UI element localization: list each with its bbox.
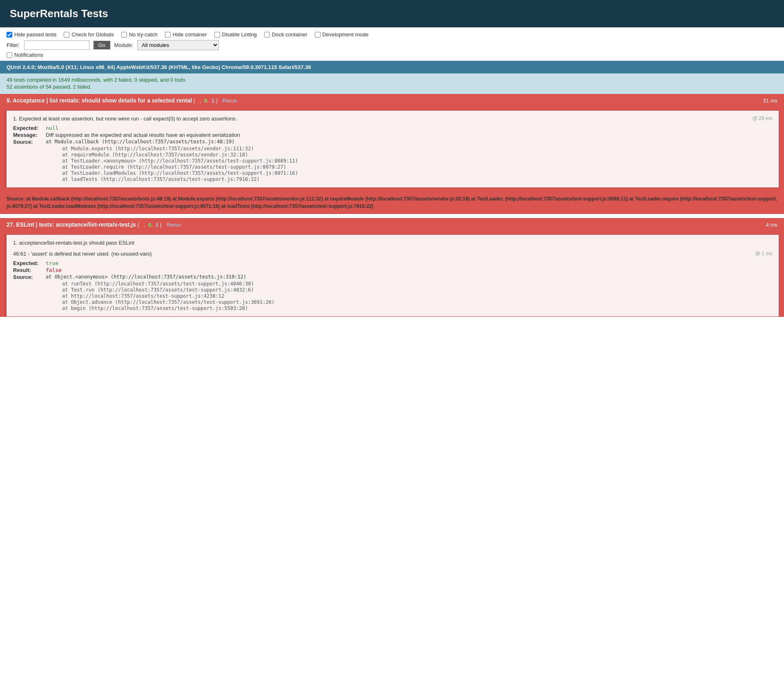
- source-summary-1: Source: at Module.callback (http://local…: [0, 191, 784, 214]
- source-line: at Module.exports (http://localhost:7357…: [62, 146, 772, 151]
- test-count-passed-1: 1: [212, 98, 214, 104]
- test-count-failed-2: 1: [141, 222, 144, 228]
- test-name-1: should show details for a selected renta…: [82, 97, 194, 104]
- checkbox-label-text-hide-container: Hide container: [173, 31, 207, 38]
- expected-row-2: Expected: true: [13, 260, 772, 266]
- checkbox-check-globals[interactable]: [64, 32, 69, 38]
- rerun-link-1[interactable]: Rerun: [223, 98, 237, 104]
- checkbox-label-text-dock-container: Dock container: [272, 31, 307, 38]
- source-line: at TestLoader.require (http://localhost:…: [62, 164, 772, 170]
- toolbar-filter-row: Filter: Go Module: All modules: [7, 40, 777, 50]
- assertion-text-1: 1. Expected at least one assertion, but …: [13, 116, 237, 122]
- source-row-2: Source: at Object.<anonymous> (http://lo…: [13, 274, 772, 280]
- source-block-1: at Module.exports (http://localhost:7357…: [13, 146, 772, 182]
- test-module-2: ESLint | tests:: [16, 221, 56, 228]
- source-label-2: Source:: [13, 274, 46, 280]
- test-header-2: 27. ESLint | tests: acceptance/list-rent…: [0, 218, 784, 231]
- source-block-2: at runTest (http://localhost:7357/assets…: [13, 281, 772, 311]
- lint-time: @ 1 ms: [755, 251, 772, 257]
- source-line: at runTest (http://localhost:7357/assets…: [62, 281, 772, 287]
- test-time-1: 31 ms: [763, 98, 777, 104]
- checkbox-disable-linting[interactable]: [214, 32, 220, 38]
- test-time-2: 4 ms: [766, 222, 777, 228]
- checkbox-label-disable-linting[interactable]: Disable Linting: [214, 31, 257, 38]
- test-module-1: Acceptance | list rentals:: [13, 97, 82, 104]
- notifications-checkbox[interactable]: [7, 52, 12, 58]
- source-line: at begin (http://localhost:7357/assets/t…: [62, 305, 772, 311]
- toolbar: Hide passed testsCheck for GlobalsNo try…: [0, 27, 784, 61]
- checkbox-hide-container[interactable]: [165, 32, 171, 38]
- message-value-1: Diff suppressed as the expected and actu…: [46, 132, 240, 138]
- stats-line1: 49 tests completed in 1649 milliseconds,…: [7, 77, 777, 83]
- test-count-passed-2: 1: [156, 222, 158, 228]
- expected-row-1: Expected: null: [13, 125, 772, 131]
- test-header-left-1: 9. Acceptance | list rentals: should sho…: [7, 97, 237, 104]
- checkbox-hide-passed[interactable]: [7, 32, 12, 38]
- app-header: SuperRentals Tests: [0, 0, 784, 27]
- test-header-left-2: 27. ESLint | tests: acceptance/list-rent…: [7, 221, 181, 228]
- test-count-skipped-2: 0: [148, 222, 151, 228]
- assertion-header-1: 1. Expected at least one assertion, but …: [13, 116, 772, 122]
- filter-input[interactable]: [24, 40, 89, 50]
- message-row-1: Message: Diff suppressed as the expected…: [13, 132, 772, 138]
- source-line: at loadTests (http://localhost:7357/asse…: [62, 176, 772, 182]
- test-body-2: 1. acceptance/list-rentals-test.js shoul…: [5, 234, 779, 317]
- checkbox-label-text-no-try-catch: No try-catch: [129, 31, 158, 38]
- notifications-checkbox-label[interactable]: Notifications: [7, 52, 43, 58]
- test-body-1: 1. Expected at least one assertion, but …: [5, 110, 779, 188]
- expected-label-2: Expected:: [13, 260, 46, 266]
- source-line: at http://localhost:7357/assets/test-sup…: [62, 293, 772, 299]
- test-section-1: 9. Acceptance | list rentals: should sho…: [0, 94, 784, 214]
- checkbox-no-try-catch[interactable]: [121, 32, 127, 38]
- source-line: at TestLoader.<anonymous> (http://localh…: [62, 158, 772, 164]
- test-counts-1: ( 1, 0, 1 ): [194, 98, 218, 104]
- result-label-2: Result:: [13, 267, 46, 273]
- test-num-2: 27.: [7, 221, 16, 228]
- go-button[interactable]: Go: [94, 41, 110, 49]
- test-section-2: 27. ESLint | tests: acceptance/list-rent…: [0, 216, 784, 317]
- result-row-2: Result: false: [13, 267, 772, 273]
- result-value-2: false: [46, 267, 62, 273]
- stats-line2: 52 assertions of 54 passed, 2 failed.: [7, 84, 777, 90]
- checkbox-dev-mode[interactable]: [315, 32, 321, 38]
- source-line: at TestLoader.loadModules (http://localh…: [62, 170, 772, 176]
- stats-bar: 49 tests completed in 1649 milliseconds,…: [0, 74, 784, 94]
- checkbox-label-text-check-globals: Check for Globals: [71, 31, 114, 38]
- checkbox-label-hide-passed[interactable]: Hide passed tests: [7, 31, 56, 38]
- rerun-link-2[interactable]: Rerun: [167, 222, 181, 228]
- test-counts-2: ( 1, 0, 1 ): [138, 222, 162, 228]
- source-line: at Object.advance (http://localhost:7357…: [62, 299, 772, 305]
- checkbox-label-text-hide-passed: Hide passed tests: [14, 31, 56, 38]
- qunit-info-bar: QUnit 2.4.0; Mozilla/5.0 (X11; Linux x86…: [0, 61, 784, 74]
- qunit-info-text: QUnit 2.4.0; Mozilla/5.0 (X11; Linux x86…: [7, 64, 311, 70]
- source-first-line-1: at Module.callback (http://localhost:735…: [46, 139, 234, 145]
- expected-value-1: null: [46, 125, 58, 131]
- checkbox-label-hide-container[interactable]: Hide container: [165, 31, 207, 38]
- lint-error-row: 46:61 - 'assert' is defined but never us…: [13, 251, 772, 257]
- message-label-1: Message:: [13, 132, 46, 138]
- module-select[interactable]: All modules: [137, 40, 219, 50]
- source-line: at Test.run (http://localhost:7357/asset…: [62, 287, 772, 293]
- assertion-text-2: 1. acceptance/list-rentals-test.js shoul…: [13, 240, 772, 246]
- checkbox-label-check-globals[interactable]: Check for Globals: [64, 31, 114, 38]
- app-title: SuperRentals Tests: [10, 7, 108, 20]
- checkbox-label-dock-container[interactable]: Dock container: [264, 31, 307, 38]
- test-num-1: 9.: [7, 97, 13, 104]
- notifications-label: Notifications: [14, 52, 43, 58]
- expected-label-1: Expected:: [13, 125, 46, 131]
- lint-error-text: 46:61 - 'assert' is defined but never us…: [13, 251, 152, 257]
- test-name-2: acceptance/list-rentals-test.js: [56, 221, 138, 228]
- toolbar-checkboxes-row: Hide passed testsCheck for GlobalsNo try…: [7, 31, 777, 38]
- checkbox-label-text-disable-linting: Disable Linting: [222, 31, 257, 38]
- checkbox-dock-container[interactable]: [264, 32, 270, 38]
- checkbox-label-dev-mode[interactable]: Development mode: [315, 31, 369, 38]
- assertion-time-1: @ 29 ms: [753, 116, 772, 122]
- checkbox-label-no-try-catch[interactable]: No try-catch: [121, 31, 158, 38]
- module-label: Module:: [114, 42, 133, 48]
- toolbar-notifications-row: Notifications: [7, 52, 777, 58]
- source-line: at requireModule (http://localhost:7357/…: [62, 152, 772, 158]
- expected-value-2: true: [46, 260, 58, 266]
- filter-label: Filter:: [7, 42, 20, 48]
- test-header-1: 9. Acceptance | list rentals: should sho…: [0, 94, 784, 107]
- source-first-line-2: at Object.<anonymous> (http://localhost:…: [46, 274, 246, 280]
